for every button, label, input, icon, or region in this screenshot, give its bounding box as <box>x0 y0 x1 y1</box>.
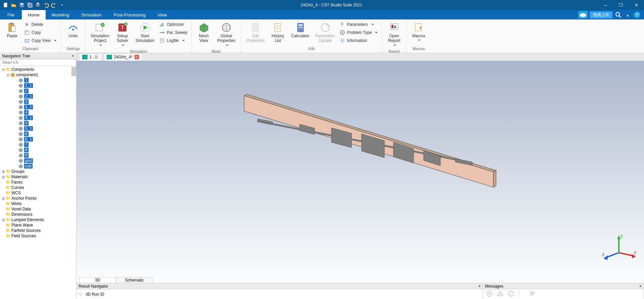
mesh-view-button[interactable]: Mesh View <box>194 21 214 45</box>
tree-node[interactable]: 📁Plane Wave <box>0 222 76 228</box>
tree-node-shape[interactable]: ┈6_1 <box>0 137 76 142</box>
viewport-tab-3d[interactable]: 3D <box>79 277 116 283</box>
svg-text:i: i <box>511 292 512 296</box>
tree-node[interactable]: 📁Curves <box>0 185 76 190</box>
simulation-project-button[interactable]: + Simulation Project <box>88 21 112 48</box>
tree-node[interactable]: 📁Dimensions <box>0 212 76 217</box>
upload-pill[interactable]: 拖拽上传 <box>590 11 612 18</box>
window-title: 24GHz_4 - CST Studio Suite 2021 <box>65 3 598 7</box>
msg-list-icon[interactable] <box>529 291 535 297</box>
tree-node-shape[interactable]: ┈5_1 <box>0 126 76 131</box>
open-file-icon[interactable] <box>11 2 17 8</box>
tree-node-component1[interactable]: ⊟component1 <box>0 72 76 78</box>
folder-icon: 📁 <box>5 175 11 179</box>
tree-node-shape[interactable]: ┈4_1 <box>0 115 76 120</box>
msg-warning-icon[interactable] <box>497 291 503 297</box>
tree-node-shape[interactable]: ┈2_1 <box>0 94 76 99</box>
tree-node-shape[interactable]: ┈3_1 <box>0 104 76 110</box>
history-list-icon <box>273 22 283 33</box>
tree-node[interactable]: ⊞📁Materials <box>0 174 76 180</box>
resnav-close-icon[interactable]: × <box>478 284 481 289</box>
tab-simulation[interactable]: Simulation <box>75 10 108 19</box>
search-icon[interactable] <box>614 11 622 18</box>
brick-icon <box>18 83 23 88</box>
tree-node-shape[interactable]: ┈9 <box>0 153 76 158</box>
doc-tab-close-icon[interactable]: × <box>135 55 139 59</box>
tree-node-shape[interactable]: ┈6 <box>0 131 76 137</box>
tree-node-shape[interactable]: ┈8 <box>0 147 76 153</box>
tree-node-shape[interactable]: ┈1 <box>0 78 76 83</box>
help-icon[interactable]: ? <box>633 11 641 18</box>
tree-node-shape[interactable]: ┈2 <box>0 88 76 94</box>
open-report-button[interactable]: Open Report <box>384 21 404 48</box>
tree-node-components[interactable]: ⊟📁Components <box>0 67 76 72</box>
doc-tab-2[interactable]: 24GHz_4*× <box>104 53 142 61</box>
global-properties-button[interactable]: Global Properties <box>214 21 239 48</box>
tab-home[interactable]: Home <box>22 10 46 19</box>
copy-button[interactable]: Copy <box>22 29 59 36</box>
tree-node[interactable]: 📁Faces <box>0 180 76 185</box>
paste-button[interactable]: Paste <box>2 21 22 40</box>
delete-button[interactable]: ✕Delete <box>22 21 59 28</box>
tree-node[interactable]: ⊞📁Groups <box>0 169 76 174</box>
print-icon[interactable] <box>35 2 41 8</box>
filter-icon[interactable]: ▽ <box>79 292 82 297</box>
optimizer-button[interactable]: Optimizer <box>157 21 189 28</box>
calculator-button[interactable]: Calculator <box>288 21 313 40</box>
units-button[interactable]: Units <box>63 21 83 40</box>
tree-node-shape[interactable]: ┈5 <box>0 120 76 126</box>
save-all-icon[interactable] <box>27 2 33 8</box>
3d-viewport[interactable]: y x z 3D Schematic <box>76 61 644 283</box>
save-icon[interactable] <box>19 2 25 8</box>
tree-node[interactable]: 📁WCS <box>0 190 76 196</box>
tree-node[interactable]: ⊞📁Lumped Elements <box>0 217 76 222</box>
maximize-button[interactable]: ❐ <box>613 0 629 10</box>
tree-node-shape[interactable]: ┈3 <box>0 99 76 104</box>
messages-close-icon[interactable]: × <box>639 284 642 289</box>
logfile-button[interactable]: Logfile <box>157 37 189 44</box>
tab-post-processing[interactable]: Post-Processing <box>108 10 152 19</box>
tab-view[interactable]: View <box>152 10 173 19</box>
tree-node-shape[interactable]: ┈gnd <box>0 158 76 163</box>
tree-node-shape[interactable]: ┈1_1 <box>0 83 76 88</box>
tree-node[interactable]: 📁Field Sources <box>0 233 76 239</box>
doc-tab-close-icon[interactable]: × <box>94 55 99 59</box>
history-list-button[interactable]: History List <box>268 21 288 45</box>
information-button[interactable]: iInformation <box>338 37 380 44</box>
navigation-tree[interactable]: ⊟📁Components ⊟component1 ┈1┈1_1┈2┈2_1┈3┈… <box>0 66 76 299</box>
start-simulation-button[interactable]: Start Simulation <box>132 21 157 45</box>
quick-access-toolbar: ▾ <box>0 2 65 8</box>
minimize-button[interactable]: ─ <box>598 0 613 10</box>
tree-node-shape[interactable]: ┈4 <box>0 110 76 115</box>
redo-icon[interactable] <box>51 2 57 8</box>
close-button[interactable]: ✕ <box>629 0 644 10</box>
qat-dropdown-icon[interactable]: ▾ <box>59 2 65 8</box>
doc-tab-1[interactable]: 1× <box>79 53 102 61</box>
setup-solver-button[interactable]: T Setup Solver <box>112 21 132 48</box>
tree-node[interactable]: 📁Voxel Data <box>0 206 76 212</box>
nav-close-icon[interactable]: × <box>72 54 74 58</box>
tab-file[interactable]: File <box>0 10 22 19</box>
svg-rect-4 <box>29 4 32 7</box>
viewport-tab-schematic[interactable]: Schematic <box>116 277 153 283</box>
tree-node[interactable]: 📁Wires <box>0 201 76 206</box>
axis-triad: y x z <box>600 233 637 266</box>
msg-error-icon[interactable] <box>486 291 492 297</box>
new-file-icon[interactable] <box>3 2 9 8</box>
collapse-ribbon-icon[interactable]: ▴ <box>624 11 631 18</box>
problem-type-button[interactable]: Problem Type <box>338 29 380 36</box>
parameters-button[interactable]: PParameters <box>338 21 380 28</box>
cloud-icon[interactable] <box>578 11 588 18</box>
tree-scrollbar[interactable] <box>71 67 76 76</box>
nav-search-input[interactable] <box>0 59 76 66</box>
msg-info-icon[interactable]: i <box>508 291 514 297</box>
tree-node-shape[interactable]: ┈sub <box>0 163 76 169</box>
undo-icon[interactable] <box>43 2 49 8</box>
par-sweep-button[interactable]: Par. Sweep <box>157 29 189 36</box>
tree-node[interactable]: ⊞📁Anchor Points <box>0 196 76 201</box>
macros-button[interactable]: Macros <box>409 21 429 43</box>
copy-view-button[interactable]: Copy View <box>22 37 59 44</box>
tree-node-shape[interactable]: ┈7 <box>0 142 76 147</box>
tab-modeling[interactable]: Modeling <box>46 10 75 19</box>
tree-node[interactable]: 📁Farfield Sources <box>0 228 76 233</box>
